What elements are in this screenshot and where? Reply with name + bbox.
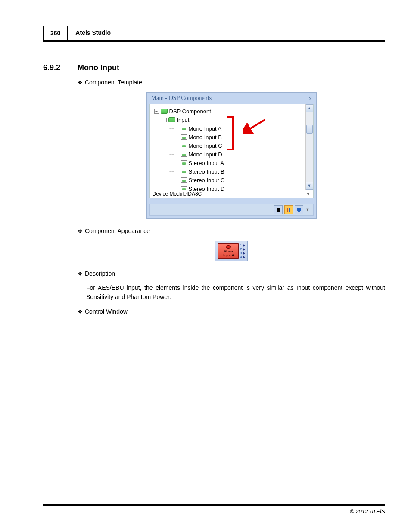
tree-label: Mono Input A xyxy=(189,125,222,132)
section-number: 6.9.2 xyxy=(43,63,65,72)
dsp-components-panel: Main - DSP Components x – DSP Component … xyxy=(146,92,317,219)
resize-grip[interactable]: ┄┄┄┄ xyxy=(147,198,316,204)
pin-icon xyxy=(243,248,245,251)
section-heading: 6.9.2 Mono Input xyxy=(43,63,385,72)
panel-title: Main - DSP Components xyxy=(151,95,212,102)
pointer-arrow xyxy=(243,117,268,136)
bullet-label: Component Template xyxy=(85,79,142,86)
component-icon xyxy=(181,186,187,191)
tree-label: Mono Input C xyxy=(189,143,222,149)
pin-icon xyxy=(243,255,245,259)
svg-line-1 xyxy=(248,120,265,130)
tree-connector: ┈┈ xyxy=(169,161,181,165)
tree-leaf[interactable]: ┈┈Mono Input D xyxy=(152,150,304,159)
diamond-icon: ❖ xyxy=(78,271,83,277)
component-label-1: Mono xyxy=(218,249,238,253)
bullet-component-appearance: ❖ Component Appearance xyxy=(78,227,385,234)
pin-number: 3 xyxy=(240,252,242,255)
toolbar-dropdown-icon[interactable]: ▼ xyxy=(305,208,311,212)
tree-connector: ┈┈ xyxy=(169,187,181,191)
component-icon xyxy=(181,143,187,148)
component-icon xyxy=(181,160,187,165)
copyright: © 2012 ATEÏS xyxy=(350,508,385,515)
pin-icon xyxy=(243,244,245,247)
svg-rect-3 xyxy=(289,208,290,212)
scroll-up-icon[interactable]: ▲ xyxy=(306,104,313,112)
tree-label: Mono Input D xyxy=(189,151,222,158)
collapse-icon[interactable]: – xyxy=(162,118,167,122)
scroll-down-icon[interactable]: ▼ xyxy=(306,182,313,190)
tree-node-root[interactable]: – DSP Component xyxy=(152,107,304,115)
pin-number: 1 xyxy=(240,244,242,247)
tree-connector: ┈┈ xyxy=(169,135,181,140)
bullet-description: ❖ Description xyxy=(78,270,385,277)
pin-icon xyxy=(243,252,245,255)
collapse-icon[interactable]: – xyxy=(154,109,159,114)
diamond-icon: ❖ xyxy=(78,308,83,315)
tree-label: Input xyxy=(177,117,190,123)
tree-connector: ┈┈ xyxy=(169,152,181,157)
component-icon xyxy=(181,177,187,183)
tree-label: Stereo Input D xyxy=(189,186,225,192)
panel-toolbar: ≣ ▼ xyxy=(149,204,314,216)
diamond-icon: ❖ xyxy=(78,79,83,86)
close-icon[interactable]: x xyxy=(309,95,312,102)
bullet-component-template: ❖ Component Template xyxy=(78,79,385,86)
component-icon xyxy=(181,134,187,140)
page-header: 360 Ateis Studio xyxy=(43,26,385,42)
tree-label: Stereo Input B xyxy=(189,168,224,175)
component-icon xyxy=(181,152,187,157)
component-label-2: Input A xyxy=(218,253,238,257)
tree-label: Stereo Input C xyxy=(189,177,225,184)
bullet-control-window: ❖ Control Window xyxy=(78,308,385,315)
mono-input-component: Mono Input A 1 2 3 4 xyxy=(215,241,248,261)
tree-label: Stereo Input A xyxy=(189,160,224,166)
bullet-label: Description xyxy=(85,270,115,277)
svg-rect-4 xyxy=(297,208,301,211)
toolbar-list-icon[interactable]: ≣ xyxy=(274,205,283,214)
header-title: Ateis Studio xyxy=(68,26,118,40)
highlight-bracket xyxy=(227,116,234,150)
pin-number: 4 xyxy=(240,255,242,258)
bullet-label: Component Appearance xyxy=(85,227,150,234)
folder-icon xyxy=(161,109,168,114)
tree-label: Mono Input B xyxy=(189,134,222,140)
component-body: Mono Input A xyxy=(218,243,239,259)
tree-leaf[interactable]: ┈┈Stereo Input A xyxy=(152,159,304,167)
bullet-label: Control Window xyxy=(85,308,128,315)
tree-label: DSP Component xyxy=(169,108,211,115)
scroll-track[interactable] xyxy=(306,112,313,182)
scroll-thumb[interactable] xyxy=(306,125,313,134)
tree-connector: ┈┈ xyxy=(169,143,181,148)
panel-title-bar: Main - DSP Components x xyxy=(147,93,316,104)
led-icon xyxy=(226,245,231,249)
component-icon xyxy=(181,169,187,174)
tree-leaf[interactable]: ┈┈Stereo Input B xyxy=(152,167,304,176)
tree-leaf[interactable]: ┈┈Stereo Input D xyxy=(152,184,304,193)
section-title: Mono Input xyxy=(78,63,119,72)
tree-connector: ┈┈ xyxy=(169,178,181,183)
vertical-scrollbar[interactable]: ▲ ▼ xyxy=(305,104,313,190)
page-number: 360 xyxy=(43,26,68,40)
folder-icon xyxy=(168,117,175,122)
tree-leaf[interactable]: ┈┈Stereo Input C xyxy=(152,176,304,184)
tree-view: – DSP Component – Input ┈┈Mono Input A ┈… xyxy=(149,104,314,190)
svg-rect-2 xyxy=(287,208,288,212)
toolbar-monitor-icon[interactable] xyxy=(295,205,303,214)
tree-connector: ┈┈ xyxy=(169,169,181,174)
description-text: For AES/EBU input, the elements inside t… xyxy=(86,283,385,302)
toolbar-slider-icon[interactable] xyxy=(284,205,293,214)
diamond-icon: ❖ xyxy=(78,228,83,234)
svg-rect-5 xyxy=(298,211,300,212)
chevron-down-icon[interactable]: ▼ xyxy=(306,192,311,196)
component-icon xyxy=(181,126,187,131)
output-pins: 1 2 3 4 xyxy=(240,244,245,259)
tree-connector: ┈┈ xyxy=(169,126,181,131)
page-footer: © 2012 ATEÏS xyxy=(43,504,385,515)
pin-number: 2 xyxy=(240,248,242,251)
